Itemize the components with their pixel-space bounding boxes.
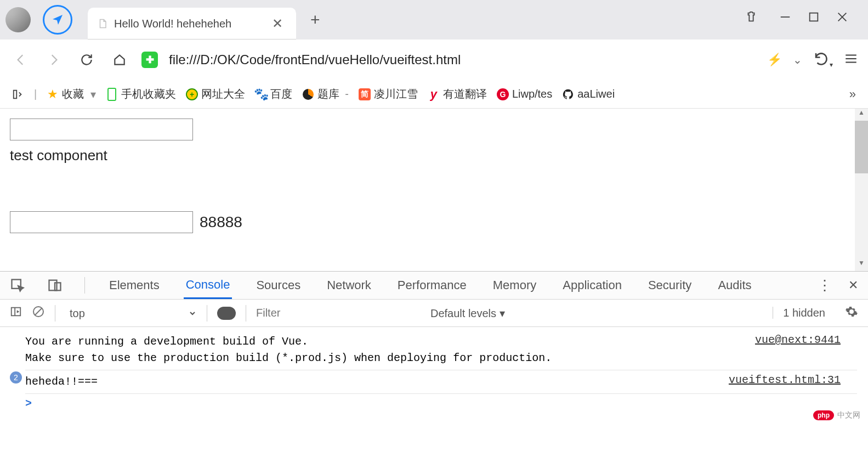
home-button[interactable] xyxy=(109,49,131,71)
console-output: vue@next:9441 You are running a developm… xyxy=(0,327,868,412)
bookmark-baidu[interactable]: 🐾百度 xyxy=(255,87,292,102)
clear-console-button[interactable] xyxy=(32,305,45,321)
file-icon xyxy=(98,19,107,29)
svg-rect-7 xyxy=(14,90,17,98)
url-dropdown-icon[interactable]: ⌄ xyxy=(793,53,802,66)
tab-security[interactable]: Security xyxy=(646,272,694,299)
jian-icon: 简 xyxy=(359,88,371,100)
tab-network[interactable]: Network xyxy=(325,272,373,299)
inspect-element-button[interactable] xyxy=(10,278,25,293)
scrollbar-thumb[interactable] xyxy=(855,121,868,173)
tab-close-button[interactable]: ✕ xyxy=(269,16,286,31)
tab-performance[interactable]: Performance xyxy=(395,272,469,299)
console-source-link[interactable]: vueiftest.html:31 xyxy=(729,374,841,386)
star-icon: ★ xyxy=(47,88,59,100)
scroll-up-icon[interactable]: ▲ xyxy=(855,109,868,121)
watermark-text: 中文网 xyxy=(837,410,860,420)
minimize-button[interactable] xyxy=(779,11,791,25)
live-expression-button[interactable] xyxy=(217,307,236,320)
bookmark-liwp[interactable]: GLiwp/tes xyxy=(497,88,552,100)
tiku-icon xyxy=(302,88,314,100)
bookmark-wangzhi[interactable]: +网址大全 xyxy=(186,87,245,102)
new-tab-button[interactable]: + xyxy=(296,10,334,29)
console-message: vue@next:9441 You are running a developm… xyxy=(25,334,857,367)
browser-tab[interactable]: Hello World! heheheheh ✕ xyxy=(88,8,296,40)
fast-mode-icon[interactable]: ⚡ xyxy=(767,53,782,67)
log-levels-select[interactable]: Default levels ▾ xyxy=(430,307,505,320)
main-menu-button[interactable] xyxy=(844,52,858,67)
youdao-icon: y xyxy=(428,88,440,100)
repeat-count-badge: 2 xyxy=(10,371,22,384)
tab-title: Hello World! heheheheh xyxy=(114,18,269,30)
console-source-link[interactable]: vue@next:9441 xyxy=(755,334,841,346)
devtools-close-button[interactable]: ✕ xyxy=(848,278,858,292)
baidu-icon: 🐾 xyxy=(255,88,267,100)
extensions-icon[interactable] xyxy=(745,11,757,25)
console-settings-button[interactable] xyxy=(845,305,858,321)
console-prompt[interactable]: > xyxy=(25,393,857,410)
tab-elements[interactable]: Elements xyxy=(107,272,162,299)
watermark: php 中文网 xyxy=(813,410,860,420)
text-input-2[interactable] xyxy=(10,211,193,233)
devtools-more-button[interactable]: ⋮ xyxy=(818,277,832,294)
tab-memory[interactable]: Memory xyxy=(491,272,538,299)
github-icon xyxy=(562,88,574,100)
profile-avatar[interactable] xyxy=(5,7,31,32)
devtools-tabbar: Elements Console Sources Network Perform… xyxy=(0,271,868,300)
bookmark-favorites[interactable]: ★收藏▾ xyxy=(47,87,96,102)
value-88888: 88888 xyxy=(200,213,242,231)
console-filter-input[interactable] xyxy=(256,307,421,319)
browser-titlebar: Hello World! heheheheh ✕ + xyxy=(0,0,868,40)
window-controls xyxy=(745,0,868,25)
scroll-down-icon[interactable]: ▼ xyxy=(855,259,868,271)
security-shield-icon[interactable]: ✚ xyxy=(141,52,158,68)
bookmark-tiku[interactable]: 题库- xyxy=(302,87,349,102)
bookmark-aaliwei[interactable]: aaLiwei xyxy=(562,88,615,100)
send-location-button[interactable] xyxy=(43,5,72,35)
svg-rect-9 xyxy=(49,280,57,291)
tab-application[interactable]: Application xyxy=(560,272,624,299)
svg-rect-1 xyxy=(810,13,818,21)
bookmark-lingchuan[interactable]: 简凌川江雪 xyxy=(359,87,418,102)
360-icon: + xyxy=(186,88,198,100)
hidden-count[interactable]: 1 hidden xyxy=(773,307,825,319)
console-toolbar: top Default levels ▾ 1 hidden xyxy=(0,300,868,327)
reload-button[interactable] xyxy=(76,49,98,71)
watermark-pill: php xyxy=(813,410,834,420)
paper-plane-icon xyxy=(51,13,64,26)
console-sidebar-toggle[interactable] xyxy=(10,306,22,320)
page-scrollbar[interactable]: ▲ ▼ xyxy=(855,109,868,271)
url-text[interactable]: file:///D:/OK/Code/frontEnd/vueHello/vue… xyxy=(169,52,756,67)
window-close-button[interactable] xyxy=(836,11,848,25)
bookmarks-overflow[interactable]: » xyxy=(849,87,856,102)
console-message: 2 vueiftest.html:31 heheda!!=== xyxy=(25,370,857,390)
tab-sources[interactable]: Sources xyxy=(254,272,303,299)
phone-icon xyxy=(106,88,118,100)
bookmark-youdao[interactable]: y有道翻译 xyxy=(428,87,487,102)
svg-line-14 xyxy=(35,308,42,315)
device-toggle-button[interactable] xyxy=(47,278,63,293)
bookmark-mobile[interactable]: 手机收藏夹 xyxy=(106,87,176,102)
back-button[interactable] xyxy=(10,49,32,71)
forward-button[interactable] xyxy=(43,49,65,71)
bookmarks-bar: | ★收藏▾ 手机收藏夹 +网址大全 🐾百度 题库- 简凌川江雪 y有道翻译 G… xyxy=(0,80,868,109)
svg-rect-10 xyxy=(55,283,61,290)
page-content: test component 88888 xyxy=(0,109,868,243)
address-bar: ✚ file:///D:/OK/Code/frontEnd/vueHello/v… xyxy=(0,40,868,80)
maximize-button[interactable] xyxy=(808,11,820,25)
liwp-icon: G xyxy=(497,88,509,100)
tab-console[interactable]: Console xyxy=(184,272,232,299)
execution-context-select[interactable]: top xyxy=(65,303,197,323)
tab-audits[interactable]: Audits xyxy=(716,272,753,299)
text-input-1[interactable] xyxy=(10,119,193,140)
page-viewport: test component 88888 ▲ ▼ xyxy=(0,109,868,271)
test-component-label: test component xyxy=(10,147,858,164)
sidebar-toggle-icon[interactable] xyxy=(12,88,24,100)
undo-close-tab-button[interactable]: ▾ xyxy=(813,50,833,69)
